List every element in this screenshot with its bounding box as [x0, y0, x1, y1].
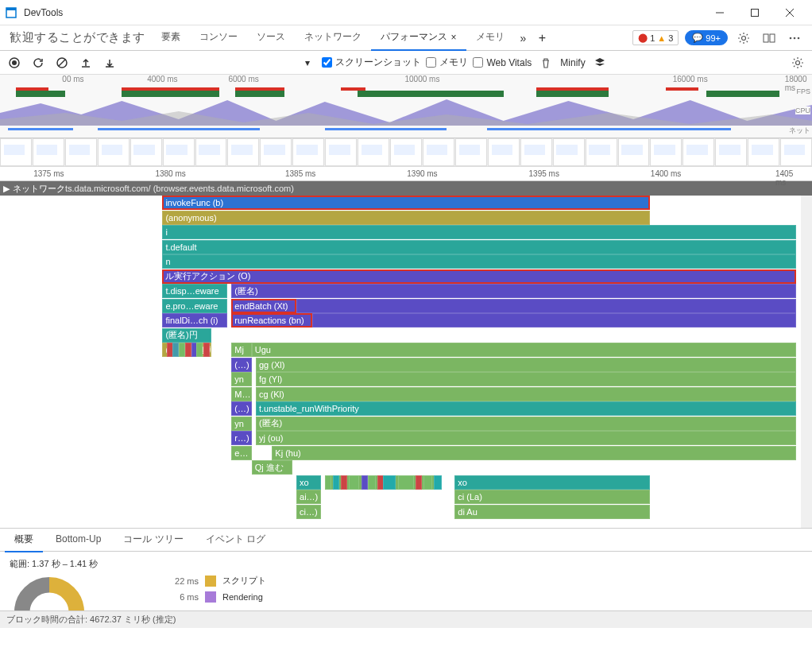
tab-bottomup[interactable]: Bottom-Up [46, 529, 110, 551]
flame-bar[interactable]: n [162, 254, 795, 269]
svg-point-6 [742, 36, 746, 40]
tab-close-icon[interactable]: × [451, 32, 457, 43]
flame-bar[interactable]: (匿名) [231, 284, 795, 298]
titlebar: DevTools [0, 0, 812, 25]
memory-checkbox[interactable]: メモリ [426, 56, 468, 69]
flame-bar[interactable]: ル実行アクション (O) [162, 269, 795, 284]
filmstrip-frame[interactable] [0, 138, 32, 166]
tab-sources[interactable]: ソース [247, 25, 295, 51]
tab-console[interactable]: コンソー [190, 25, 247, 51]
flame-bar[interactable]: e… [231, 446, 252, 460]
network-track-header[interactable]: ▶ ネットワーク ts.data.microsoft.com/ (browser… [0, 181, 812, 196]
summary-panel: 範囲: 1.37 秒 – 1.41 秒 22 msスクリプト6 msRender… [0, 552, 812, 610]
summary-donut [14, 577, 84, 610]
perf-toolbar: ▾ スクリーンショット メモリ Web Vitals Minify [0, 51, 812, 75]
svg-point-9 [790, 37, 792, 39]
net-label: ネット [789, 126, 810, 136]
maximize-button[interactable] [737, 1, 772, 25]
status-bar: ブロック時間の合計: 4672.37 ミリ秒 (推定) [0, 610, 812, 628]
svg-line-15 [59, 60, 65, 66]
flame-bar[interactable]: (…) [231, 401, 252, 416]
record-button[interactable] [5, 53, 24, 72]
flame-bar[interactable]: ci…) [296, 505, 321, 519]
add-tab-button[interactable]: + [533, 29, 552, 48]
flame-bar[interactable]: invokeFunc (b) [162, 196, 649, 210]
flame-bar[interactable]: e.pro…eware [162, 299, 227, 313]
tab-performance[interactable]: パフォーマンス × [371, 25, 466, 51]
perf-settings-icon[interactable] [788, 53, 807, 72]
details-tabbar: 概要 Bottom-Up コール ツリー イベント ログ [0, 528, 812, 552]
svg-point-13 [12, 60, 17, 65]
flame-bar[interactable]: endBatch (Xt) [231, 299, 296, 313]
upload-button[interactable] [76, 53, 95, 72]
settings-icon[interactable] [734, 29, 753, 48]
svg-rect-1 [6, 8, 16, 10]
tab-summary[interactable]: 概要 [5, 528, 43, 552]
flame-bar[interactable]: gg (Xl) [256, 358, 796, 372]
layers-icon[interactable] [590, 53, 609, 72]
tab-network[interactable]: ネットワーク [295, 25, 371, 51]
flame-bar[interactable]: di Au [454, 505, 649, 519]
issues-badge[interactable]: ⬤1 ▲3 [632, 30, 679, 45]
detail-ruler[interactable]: 1375 ms1380 ms1385 ms1390 ms1395 ms1400 … [0, 167, 812, 181]
flame-bar[interactable]: runReactions (bn) [231, 313, 312, 328]
close-button[interactable] [772, 1, 807, 25]
flame-bar[interactable]: (…) [231, 358, 252, 372]
flame-bar[interactable]: Qj 進む [252, 460, 292, 475]
flame-bar[interactable]: t.unstable_runWithPriority [256, 401, 796, 416]
flame-bar[interactable]: ci (La) [454, 490, 649, 504]
flame-bar[interactable]: t.default [162, 240, 795, 254]
flame-bar[interactable]: yj (ou) [256, 431, 796, 445]
flame-bar[interactable]: yn [231, 372, 252, 386]
dropdown-icon[interactable]: ▾ [298, 53, 317, 72]
flame-bar[interactable]: Ugu [252, 343, 796, 357]
flame-bar[interactable]: ai…) [296, 490, 321, 504]
flame-bar[interactable]: Kj (hu) [272, 446, 795, 460]
flame-bar[interactable] [296, 299, 796, 313]
summary-range: 範囲: 1.37 秒 – 1.41 秒 [10, 558, 802, 570]
more-tabs-button[interactable]: » [514, 29, 533, 48]
tab-eventlog[interactable]: イベント ログ [196, 528, 275, 552]
clear-button[interactable] [52, 53, 72, 72]
minimize-button[interactable] [702, 1, 737, 25]
flame-bar[interactable]: r…) [231, 431, 252, 445]
screenshot-checkbox[interactable]: スクリーンショット [322, 56, 421, 69]
chat-badge[interactable]: 💬99+ [685, 30, 728, 45]
tab-performance-label: パフォーマンス [381, 30, 447, 44]
kebab-icon[interactable] [785, 29, 804, 48]
main-tabbar: 歓迎することができます 要素 コンソー ソース ネットワーク パフォーマンス ×… [0, 25, 812, 51]
flame-bar[interactable]: cg (Kl) [256, 387, 796, 401]
flame-bar[interactable]: yn [231, 417, 252, 431]
flame-bar[interactable]: M… [231, 387, 252, 401]
tab-memory[interactable]: メモリ [466, 25, 514, 51]
dock-icon[interactable] [760, 29, 779, 48]
overview-cpu [0, 97, 812, 126]
expand-icon[interactable]: ▶ [3, 184, 10, 194]
tab-calltree[interactable]: コール ツリー [114, 528, 192, 552]
flame-bar[interactable]: i [162, 225, 795, 239]
flame-bar[interactable]: (匿名)円 [162, 328, 211, 343]
overview-panel[interactable]: 00 ms4000 ms6000 ms10000 ms16000 ms18000… [0, 75, 812, 138]
flame-bar[interactable]: xo [454, 475, 649, 490]
reload-button[interactable] [29, 53, 48, 72]
download-button[interactable] [100, 53, 119, 72]
flame-chart[interactable]: invokeFunc (b)(anonymous)it.defaultnル実行ア… [0, 196, 812, 528]
svg-point-16 [796, 60, 800, 64]
status-text: ブロック時間の合計: 4672.37 ミリ秒 (推定) [6, 614, 176, 626]
trash-icon[interactable] [536, 53, 555, 72]
svg-point-10 [794, 37, 796, 39]
flame-scrollbar[interactable] [801, 196, 812, 528]
legend-row: 22 msスクリプト [168, 575, 802, 587]
flame-bar[interactable]: fg (Yl) [256, 372, 796, 386]
flame-bar[interactable]: (匿名) [256, 417, 796, 431]
webvitals-checkbox[interactable]: Web Vitals [473, 57, 532, 68]
flame-bar[interactable]: (anonymous) [162, 211, 649, 225]
flame-bar[interactable]: t.disp…eware [162, 284, 227, 298]
flame-bar[interactable]: xo [296, 475, 321, 490]
flame-bar[interactable]: finalDi…ch (i) [162, 313, 227, 328]
flame-bar[interactable] [312, 313, 795, 328]
filmstrip[interactable] [0, 138, 812, 167]
welcome-label: 歓迎することができます [3, 30, 152, 45]
flame-bar[interactable]: Mj [231, 343, 252, 357]
tab-elements[interactable]: 要素 [152, 25, 190, 51]
